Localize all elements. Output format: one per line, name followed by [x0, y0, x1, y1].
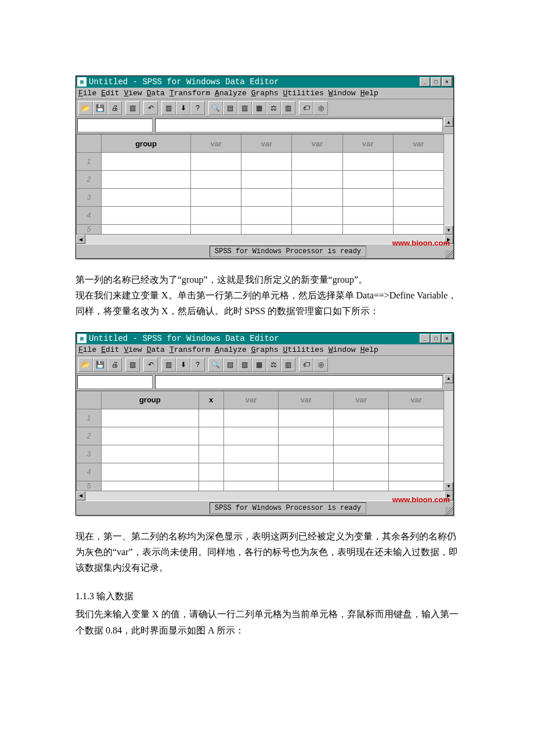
- minimize-button[interactable]: _: [420, 77, 430, 87]
- vertical-scrollbar[interactable]: ▼: [444, 391, 453, 491]
- cell[interactable]: [389, 445, 444, 463]
- row-header[interactable]: 2: [77, 171, 102, 189]
- cell[interactable]: [223, 445, 279, 463]
- cell[interactable]: [191, 207, 241, 225]
- menu-view[interactable]: View: [124, 345, 142, 354]
- cell-value-box[interactable]: [155, 118, 443, 132]
- cell[interactable]: [241, 171, 292, 189]
- cell[interactable]: [292, 225, 342, 235]
- menu-file[interactable]: File: [78, 345, 96, 354]
- goto-case-icon[interactable]: ⬇: [176, 101, 190, 115]
- cell[interactable]: [223, 463, 279, 481]
- cell[interactable]: [279, 481, 334, 491]
- cell[interactable]: [334, 481, 389, 491]
- minimize-button[interactable]: _: [420, 334, 430, 343]
- weight-cases-icon[interactable]: ⚖: [266, 358, 281, 372]
- goto-chart-icon[interactable]: ▥: [161, 358, 176, 372]
- menu-utilities[interactable]: Utilities: [283, 89, 324, 98]
- use-sets-icon[interactable]: ◎: [313, 358, 328, 372]
- menu-window[interactable]: Window: [329, 89, 356, 98]
- menu-edit[interactable]: Edit: [101, 89, 119, 98]
- cell[interactable]: [102, 189, 191, 207]
- cell[interactable]: [334, 445, 389, 463]
- cell[interactable]: [102, 153, 191, 171]
- col-header[interactable]: var: [223, 391, 279, 409]
- undo-icon[interactable]: ↶: [143, 101, 158, 115]
- scroll-down-button[interactable]: ▼: [444, 482, 453, 491]
- open-icon[interactable]: 📂: [78, 101, 93, 115]
- cell[interactable]: [279, 463, 334, 481]
- cell[interactable]: [102, 207, 191, 225]
- menu-graphs[interactable]: Graphs: [251, 345, 279, 354]
- cell[interactable]: [102, 481, 199, 491]
- cell[interactable]: [199, 409, 223, 427]
- scroll-up-button[interactable]: ▲: [444, 117, 453, 127]
- col-header[interactable]: var: [342, 135, 393, 153]
- save-icon[interactable]: 💾: [93, 358, 107, 372]
- col-header[interactable]: x: [199, 391, 223, 409]
- cell[interactable]: [191, 189, 241, 207]
- variables-icon[interactable]: ?: [190, 358, 205, 372]
- value-labels-icon[interactable]: 🏷: [299, 358, 313, 372]
- cell[interactable]: [279, 409, 334, 427]
- cell[interactable]: [292, 171, 342, 189]
- menu-transform[interactable]: Transform: [169, 345, 210, 354]
- cell[interactable]: [199, 481, 223, 491]
- col-header[interactable]: var: [334, 391, 389, 409]
- cell[interactable]: [334, 463, 389, 481]
- cell[interactable]: [393, 153, 443, 171]
- cell[interactable]: [223, 427, 279, 445]
- menu-analyze[interactable]: Analyze: [215, 345, 247, 354]
- cell[interactable]: [393, 171, 443, 189]
- close-button[interactable]: ×: [442, 77, 452, 87]
- use-sets-icon[interactable]: ◎: [313, 101, 328, 115]
- insert-case-icon[interactable]: ▤: [223, 101, 237, 115]
- insert-case-icon[interactable]: ▤: [223, 358, 237, 372]
- cell[interactable]: [191, 171, 241, 189]
- vertical-scrollbar[interactable]: ▼: [444, 134, 453, 235]
- undo-icon[interactable]: ↶: [143, 358, 158, 372]
- menu-data[interactable]: Data: [147, 345, 165, 354]
- cell[interactable]: [389, 463, 444, 481]
- cell[interactable]: [292, 207, 342, 225]
- cell-reference-box[interactable]: [77, 375, 153, 389]
- cell[interactable]: [102, 409, 199, 427]
- cell-reference-box[interactable]: [77, 118, 153, 132]
- col-header[interactable]: group: [102, 391, 199, 409]
- row-header[interactable]: 1: [77, 409, 102, 427]
- row-header[interactable]: 1: [77, 153, 102, 171]
- menu-help[interactable]: Help: [360, 345, 378, 354]
- cell[interactable]: [389, 481, 444, 491]
- scroll-left-button[interactable]: ◀: [76, 491, 85, 501]
- row-header[interactable]: 5: [77, 225, 102, 235]
- cell[interactable]: [102, 463, 199, 481]
- scroll-left-button[interactable]: ◀: [76, 235, 85, 244]
- menu-edit[interactable]: Edit: [101, 345, 119, 354]
- data-grid[interactable]: group x var var var var 1 2 3 4 5: [76, 391, 444, 491]
- cell[interactable]: [223, 481, 279, 491]
- cell[interactable]: [292, 153, 342, 171]
- open-icon[interactable]: 📂: [78, 358, 93, 372]
- col-header[interactable]: var: [191, 135, 241, 153]
- cell[interactable]: [393, 189, 443, 207]
- cell[interactable]: [199, 463, 223, 481]
- col-header[interactable]: var: [241, 135, 292, 153]
- cell[interactable]: [279, 427, 334, 445]
- menu-data[interactable]: Data: [147, 89, 165, 98]
- cell[interactable]: [241, 225, 292, 235]
- cell[interactable]: [389, 427, 444, 445]
- menu-window[interactable]: Window: [329, 345, 356, 354]
- menu-transform[interactable]: Transform: [169, 89, 210, 98]
- cell[interactable]: [191, 225, 241, 235]
- cell[interactable]: [199, 427, 223, 445]
- scroll-down-button[interactable]: ▼: [444, 225, 453, 235]
- resize-grip[interactable]: [445, 250, 453, 258]
- menu-help[interactable]: Help: [360, 89, 378, 98]
- cell[interactable]: [342, 171, 393, 189]
- row-header[interactable]: 3: [77, 189, 102, 207]
- cell[interactable]: [279, 445, 334, 463]
- row-header[interactable]: 4: [77, 207, 102, 225]
- cell[interactable]: [199, 445, 223, 463]
- row-header[interactable]: 3: [77, 445, 102, 463]
- insert-var-icon[interactable]: ▥: [237, 358, 252, 372]
